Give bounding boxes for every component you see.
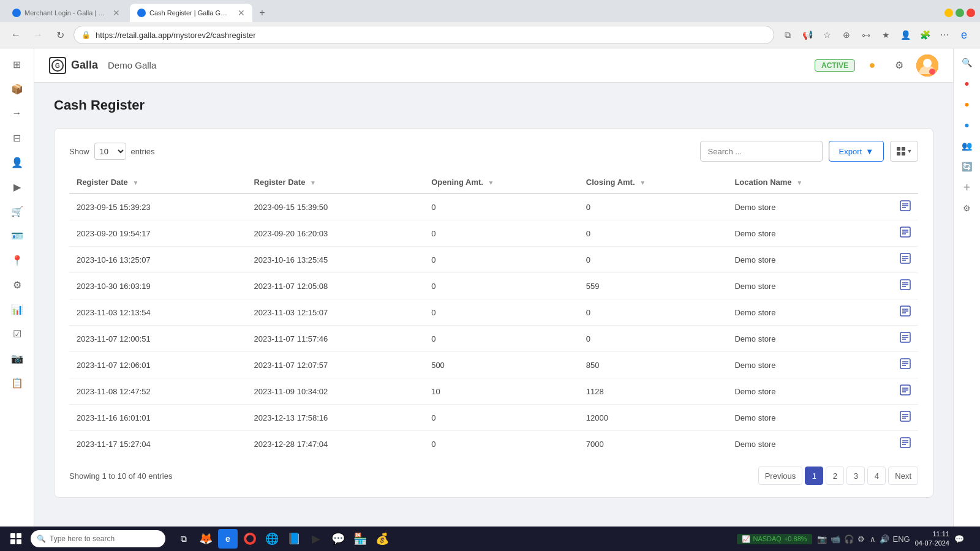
header-settings-icon[interactable]: ⚙ [889, 56, 909, 75]
detail-button[interactable] [900, 255, 911, 266]
sidebar-icon-location[interactable]: 📍 [6, 249, 28, 271]
page-button-3[interactable]: 3 [846, 467, 865, 485]
sidebar-icon-camera[interactable]: 📷 [6, 347, 28, 369]
sidebar-icon-checklist[interactable]: ☑ [6, 323, 28, 345]
favorites-icon[interactable]: ★ [877, 26, 894, 43]
browser-tab-1[interactable]: Merchant Login - Galla | Galla G... ✕ [5, 4, 127, 22]
sort-icon-col1[interactable]: ▼ [310, 179, 316, 186]
sort-icon-col4[interactable]: ▼ [796, 179, 802, 186]
forward-button[interactable]: → [29, 26, 47, 43]
sidebar-icon-calendar[interactable]: 📋 [6, 372, 28, 394]
stock-label: NASDAQ [753, 535, 781, 542]
sort-icon-col0[interactable]: ▼ [132, 179, 138, 186]
sort-icon-col3[interactable]: ▼ [639, 179, 646, 186]
detail-button[interactable] [900, 203, 911, 213]
tab-close-2[interactable]: ✕ [238, 8, 245, 18]
right-settings-icon[interactable]: ⚙ [958, 199, 976, 217]
tray-camera-icon[interactable]: 📷 [817, 534, 827, 544]
taskbar-store[interactable]: 🏪 [350, 529, 370, 549]
next-button[interactable]: Next [888, 467, 918, 485]
right-search-icon[interactable]: 🔍 [958, 53, 976, 72]
detail-button[interactable] [900, 282, 911, 292]
table-row: 2023-11-17 15:27:04 2023-12-28 17:47:04 … [69, 431, 918, 457]
cell-location-name: Demo store [727, 352, 892, 378]
detail-button[interactable] [900, 387, 911, 397]
start-button[interactable] [5, 528, 27, 550]
maximize-button[interactable] [956, 9, 964, 17]
cell-closing-amt: 0 [579, 220, 728, 247]
address-bar[interactable]: 🔒 https://retail.galla.app/mystorev2/cas… [74, 26, 774, 44]
sidebar-icon-arrow[interactable]: → [6, 102, 28, 124]
avatar[interactable] [916, 54, 938, 77]
detail-button[interactable] [900, 361, 911, 371]
sidebar-icon-dashboard[interactable]: ⊞ [6, 53, 28, 75]
brand-name: Galla [71, 59, 98, 72]
col-location-name: Location Name ▼ [727, 171, 892, 193]
search-input[interactable] [700, 141, 823, 162]
taskbar-task-view[interactable]: ⧉ [174, 529, 194, 549]
sidebar-icon-idcard[interactable]: 🪪 [6, 225, 28, 247]
previous-button[interactable]: Previous [758, 467, 803, 485]
entries-select[interactable]: 10 25 50 100 [94, 143, 126, 160]
detail-button[interactable] [900, 413, 911, 424]
right-sync-icon[interactable]: 🔄 [958, 157, 976, 176]
taskbar-edge[interactable]: e [218, 529, 238, 549]
cell-register-date-open: 2023-11-16 16:01:01 [69, 405, 247, 431]
grid-view-button[interactable]: ▼ [890, 141, 918, 162]
read-aloud-icon[interactable]: 📢 [799, 26, 816, 43]
sort-icon-col2[interactable]: ▼ [488, 179, 494, 186]
right-blue-icon[interactable]: ● [958, 116, 976, 134]
detail-button[interactable] [900, 229, 911, 239]
right-person-icon[interactable]: 👥 [958, 137, 976, 155]
export-button[interactable]: Export ▼ [829, 141, 884, 162]
split-screen-icon[interactable]: ⧉ [779, 26, 796, 43]
right-orange-icon[interactable]: ● [958, 95, 976, 113]
detail-button[interactable] [900, 440, 911, 450]
taskbar-icon3[interactable]: ⭕ [240, 529, 260, 549]
close-button[interactable] [967, 9, 975, 17]
tray-settings-icon[interactable]: ⚙ [858, 534, 865, 544]
volume-icon[interactable]: 🔊 [880, 534, 889, 544]
cell-opening-amt: 0 [424, 405, 579, 431]
taskbar-search[interactable]: 🔍 Type here to search [31, 530, 165, 547]
star-icon[interactable]: ☆ [818, 26, 835, 43]
header-notification-icon[interactable]: ● [862, 56, 882, 75]
table-row: 2023-09-15 15:39:23 2023-09-15 15:39:50 … [69, 193, 918, 220]
collections-icon[interactable]: ⊕ [838, 26, 855, 43]
back-button[interactable]: ← [7, 26, 24, 43]
taskbar-skype[interactable]: 💬 [328, 529, 348, 549]
more-menu-icon[interactable]: ⋯ [936, 26, 953, 43]
edge-icon[interactable]: e [956, 26, 973, 43]
taskbar-facebook[interactable]: 📘 [284, 529, 304, 549]
sidebar-icon-report[interactable]: 📊 [6, 298, 28, 320]
sidebar-icon-cart[interactable]: 🛒 [6, 200, 28, 222]
reload-button[interactable]: ↻ [51, 26, 69, 43]
page-button-4[interactable]: 4 [867, 467, 886, 485]
detail-button[interactable] [900, 334, 911, 345]
profile-icon[interactable]: 👤 [897, 26, 914, 43]
page-button-1[interactable]: 1 [805, 467, 823, 485]
taskbar-youtube[interactable]: ▶ [306, 529, 326, 549]
sidebar-icon-user[interactable]: 👤 [6, 151, 28, 173]
detail-button[interactable] [900, 308, 911, 318]
sidebar-icon-media[interactable]: ▶ [6, 176, 28, 198]
chevron-up-icon[interactable]: ∧ [870, 534, 876, 544]
tray-headphone-icon[interactable]: 🎧 [844, 534, 854, 544]
right-add-icon[interactable]: + [958, 178, 976, 197]
minimize-button[interactable] [944, 9, 953, 17]
sidebar-toggle-icon[interactable]: ⧟ [858, 26, 875, 43]
new-tab-button[interactable]: + [255, 6, 270, 20]
sidebar-icon-settings[interactable]: ⚙ [6, 274, 28, 296]
taskbar-firefox[interactable]: 🦊 [196, 529, 216, 549]
taskbar-chrome[interactable]: 🌐 [262, 529, 282, 549]
taskbar-finance[interactable]: 💰 [372, 529, 392, 549]
page-button-2[interactable]: 2 [826, 467, 844, 485]
tab-close-1[interactable]: ✕ [113, 8, 120, 18]
sidebar-icon-inventory[interactable]: 📦 [6, 78, 28, 100]
notification-center-icon[interactable]: 💬 [954, 534, 964, 544]
right-red-icon[interactable]: ● [958, 74, 976, 92]
sidebar-icon-scan[interactable]: ⊟ [6, 127, 28, 149]
extensions-icon[interactable]: 🧩 [916, 26, 933, 43]
tray-video-icon[interactable]: 📹 [831, 534, 840, 544]
browser-tab-2[interactable]: Cash Register | Galla GST - Inven... ✕ [130, 4, 252, 22]
